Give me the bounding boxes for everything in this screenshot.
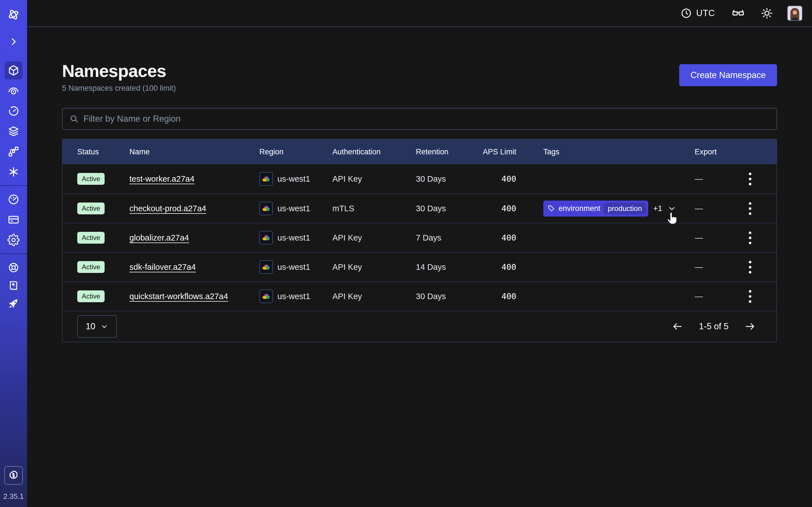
sidebar-nav-help [4,259,22,313]
gcp-cloud-icon [259,172,273,186]
table-row: Active sdk-failover.a27a4 us-west1 API K… [63,252,776,281]
region-label: us-west1 [277,174,310,184]
row-actions-kebab-icon[interactable] [747,288,754,305]
gcp-cloud-icon [259,202,273,215]
page-size-value: 10 [86,321,95,332]
col-header-authentication: Authentication [333,148,416,156]
aps-limit-value: 400 [480,174,543,184]
sidebar-item-billing-credit-card-icon[interactable] [4,211,22,229]
sidebar-nav-account [4,190,22,249]
table-row: Active checkout-prod.a27a4 us-west1 mTLS… [63,193,776,223]
table-header-row: Status Name Region Authentication Retent… [63,139,776,164]
table-row: Active quickstart-workflows.a27a4 us-wes… [63,281,776,311]
tags-expand-chevron-down-icon[interactable] [667,204,676,213]
col-header-tags: Tags [543,148,695,156]
sidebar-item-timer-icon[interactable] [4,102,22,120]
table-row: Active test-worker.a27a4 us-west1 API Ke… [63,164,776,193]
namespace-link[interactable]: sdk-failover.a27a4 [130,263,196,272]
sidebar-item-usage-gauge-icon[interactable] [4,190,22,209]
sidebar-item-settings-gear-icon[interactable] [4,231,22,249]
page-size-select[interactable]: 10 [77,315,117,338]
clock-icon [680,7,692,19]
col-header-export: Export [695,148,739,156]
col-header-name: Name [130,148,259,156]
tag-more-count[interactable]: +1 [653,204,662,213]
gcp-cloud-icon [259,260,273,274]
theme-toggle-sun-icon[interactable] [761,7,773,19]
pagination-range: 1-5 of 5 [699,321,728,332]
row-actions-kebab-icon[interactable] [747,200,754,217]
pricing-badge-button[interactable] [4,466,23,485]
pagination-bar: 10 1-5 of 5 [63,311,776,342]
region-label: us-west1 [277,204,310,213]
namespace-link[interactable]: quickstart-workflows.a27a4 [130,292,228,301]
auth-value: API Key [333,174,416,184]
namespace-link[interactable]: globalizer.a27a4 [130,233,189,242]
sidebar-item-support-life-buoy-icon[interactable] [4,259,22,277]
tag-pill[interactable]: environment production [543,201,648,217]
page-subtitle: 5 Namespaces created (100 limit) [62,84,176,93]
tags-cell: environment production +1 [543,201,695,217]
sidebar-item-layers-icon[interactable] [4,122,22,140]
sidebar-item-branch-icon[interactable] [4,143,22,161]
status-badge: Active [77,290,105,302]
tag-icon [547,205,555,212]
search-icon [69,114,79,124]
previous-page-arrow-left-icon[interactable] [672,321,683,332]
gcp-cloud-icon [259,290,273,303]
sidebar: 2.35.1 [0,0,27,507]
topbar: UTC [27,0,812,27]
filter-input[interactable] [84,114,770,124]
sidebar-item-docs-book-icon[interactable] [4,277,22,295]
row-actions-kebab-icon[interactable] [747,170,754,187]
page-title: Namespaces [62,61,176,81]
main-content: Namespaces 5 Namespaces created (100 lim… [27,27,812,507]
export-value: — [695,292,739,301]
retention-value: 30 Days [416,292,480,301]
sidebar-nav-primary [4,61,22,181]
gcp-cloud-icon [259,231,273,244]
status-badge: Active [77,203,105,214]
app-version: 2.35.1 [3,492,24,501]
row-actions-kebab-icon[interactable] [747,259,754,276]
row-actions-kebab-icon[interactable] [747,229,754,246]
auth-value: mTLS [333,204,416,213]
col-header-status: Status [77,148,130,156]
next-page-arrow-right-icon[interactable] [744,321,756,332]
aps-limit-value: 400 [480,233,543,242]
sidebar-divider [0,253,27,254]
chevron-down-icon [100,323,108,330]
col-header-aps-limit: APS Limit [480,148,543,156]
region-label: us-west1 [277,263,310,272]
region-label: us-west1 [277,292,310,301]
export-value: — [695,204,739,213]
temporal-logo[interactable] [4,6,22,24]
timezone-selector[interactable]: UTC [680,7,715,19]
aps-limit-value: 400 [480,204,543,213]
namespace-link[interactable]: checkout-prod.a27a4 [130,204,206,213]
glasses-icon[interactable] [731,6,745,20]
tag-key: environment [559,204,601,213]
sidebar-item-namespaces-cube-icon[interactable] [4,61,22,79]
sidebar-item-spiral-icon[interactable] [4,82,22,100]
sidebar-item-asterisk-icon[interactable] [4,163,22,181]
sidebar-expand-chevron-right-icon[interactable] [4,33,22,51]
aps-limit-value: 400 [480,262,543,272]
create-namespace-button[interactable]: Create Namespace [679,64,777,86]
retention-value: 14 Days [416,263,480,272]
col-header-retention: Retention [416,148,480,156]
status-badge: Active [77,173,105,185]
user-avatar[interactable] [787,6,802,21]
retention-value: 30 Days [416,174,480,184]
sidebar-item-getting-started-rocket-icon[interactable] [4,295,22,313]
status-badge: Active [77,232,105,244]
filter-bar [62,108,777,130]
region-label: us-west1 [277,233,310,242]
export-value: — [695,263,739,272]
sidebar-divider [0,185,27,186]
namespace-link[interactable]: test-worker.a27a4 [130,174,195,183]
auth-value: API Key [333,263,416,272]
export-value: — [695,233,739,242]
status-badge: Active [77,261,105,273]
page-header: Namespaces 5 Namespaces created (100 lim… [62,61,777,93]
